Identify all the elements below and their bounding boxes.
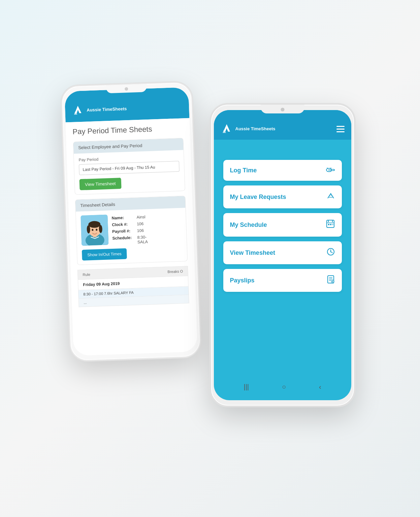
schedule-icon (326, 219, 335, 231)
menu-item-log-time[interactable]: Log Time (223, 160, 342, 181)
pay-period-input[interactable]: Last Pay Period - Fri 09 Aug - Thu 15 Au (78, 161, 179, 175)
logo-icon-front (221, 123, 233, 135)
clock-key: Clock #: (112, 222, 135, 227)
hamburger-line-3 (336, 131, 345, 132)
phones-container: Aussie TimeSheets Pay Period Time Sheets… (59, 57, 362, 460)
svg-point-16 (333, 170, 334, 171)
logo-back: Aussie TimeSheets (71, 103, 127, 117)
col-breaks: Breaks O (167, 269, 183, 274)
employee-details: Name: Ainsl Clock #: 106 Payroll #: 106 (111, 213, 148, 247)
timesheet-details-body: Name: Ainsl Clock #: 106 Payroll #: 106 (75, 208, 187, 265)
svg-rect-25 (332, 224, 333, 225)
schedule-label: My Schedule (230, 221, 267, 229)
front-bottom-bar: ||| ○ ‹ (214, 380, 351, 394)
schedule-key: Schedule: (112, 235, 136, 245)
phone-front: Aussie TimeSheets Log Time (210, 104, 355, 407)
employee-info: Name: Ainsl Clock #: 106 Payroll #: 106 (80, 212, 182, 248)
notch-front (261, 105, 304, 113)
select-employee-card: Select Employee and Pay Period Pay Perio… (73, 138, 185, 195)
clock-row: Clock #: 106 (112, 221, 147, 227)
logo-front: Aussie TimeSheets (221, 123, 276, 135)
menu-item-payslips[interactable]: Payslips (223, 269, 342, 292)
leave-requests-label: My Leave Requests (230, 194, 286, 201)
view-timesheet-button[interactable]: View Timesheet (79, 178, 121, 190)
log-time-label: Log Time (230, 167, 257, 174)
view-timesheet-icon (326, 247, 335, 258)
phone-back: Aussie TimeSheets Pay Period Time Sheets… (60, 81, 201, 361)
name-key: Name: (111, 215, 135, 220)
page-title: Pay Period Time Sheets (72, 124, 183, 136)
select-employee-body: Pay Period Last Pay Period - Fri 09 Aug … (73, 150, 185, 194)
screen-back: Aussie TimeSheets Pay Period Time Sheets… (64, 87, 197, 356)
clock-val: 106 (137, 221, 144, 227)
bottom-back-icon[interactable]: ‹ (319, 383, 321, 391)
hamburger-menu[interactable] (336, 126, 345, 132)
svg-rect-24 (330, 224, 331, 225)
bottom-bars-icon[interactable]: ||| (244, 383, 249, 391)
back-content: Pay Period Time Sheets Select Employee a… (65, 118, 197, 350)
log-time-icon (326, 166, 335, 175)
svg-rect-23 (328, 224, 329, 225)
payroll-row: Payroll #: 106 (112, 228, 147, 234)
hamburger-line-1 (336, 126, 345, 127)
notch-back (106, 84, 147, 93)
svg-point-29 (330, 251, 331, 252)
svg-point-14 (328, 169, 330, 171)
schedule-val2: SALA (137, 239, 148, 244)
screen-front: Aussie TimeSheets Log Time (214, 110, 351, 400)
logo-text-front: Aussie TimeSheets (235, 126, 276, 132)
name-val: Ainsl (136, 215, 145, 220)
name-row: Name: Ainsl (111, 214, 147, 220)
view-timesheet-label: View Timesheet (230, 249, 275, 256)
payslips-label: Payslips (230, 277, 255, 284)
leave-requests-icon (326, 192, 335, 202)
avatar (80, 214, 108, 246)
timesheet-table: Rule Breaks O Friday 09 Aug 2019 8:30 - … (77, 266, 189, 307)
menu-item-schedule[interactable]: My Schedule (223, 213, 342, 237)
show-inout-button[interactable]: Show In/Out Times (82, 248, 127, 261)
hamburger-line-2 (336, 129, 345, 130)
menu-item-leave-requests[interactable]: My Leave Requests (223, 185, 342, 208)
payroll-val: 106 (137, 228, 144, 233)
front-menu: Log Time My Leave Requests (214, 140, 351, 299)
menu-item-view-timesheet[interactable]: View Timesheet (223, 241, 342, 264)
front-header: Aussie TimeSheets (214, 110, 351, 140)
timesheet-details-card: Timesheet Details (75, 196, 188, 265)
col-rule: Rule (83, 272, 90, 277)
logo-icon-back (71, 104, 84, 117)
logo-text-back: Aussie TimeSheets (87, 106, 127, 113)
schedule-row: Schedule: 8:30- SALA (112, 235, 148, 245)
bottom-home-icon[interactable]: ○ (282, 383, 286, 391)
schedule-val: 8:30- (137, 235, 148, 240)
payroll-key: Payroll #: (112, 229, 135, 234)
payslips-icon (326, 275, 335, 286)
